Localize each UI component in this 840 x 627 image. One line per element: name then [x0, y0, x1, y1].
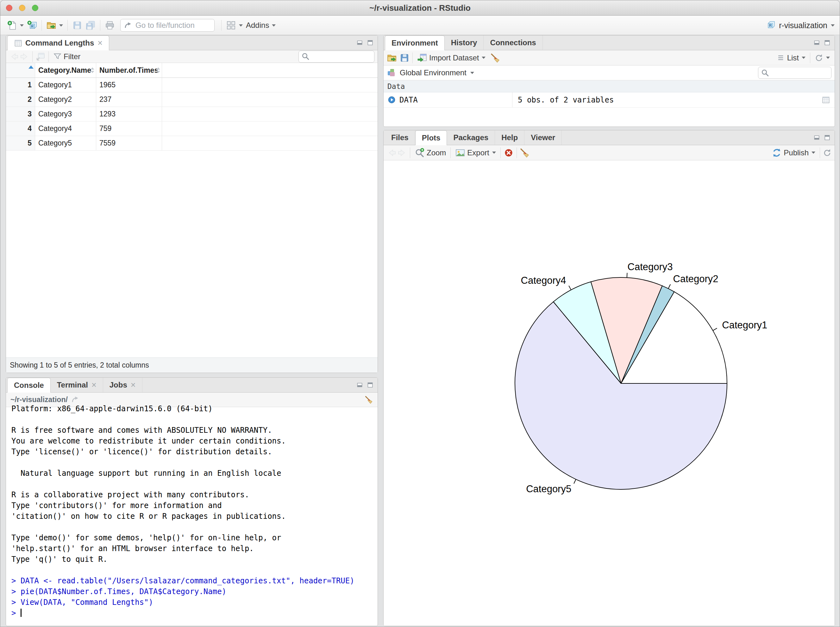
publish-button[interactable]: Publish [770, 147, 817, 159]
forward-icon[interactable] [19, 52, 30, 62]
close-icon[interactable]: × [131, 380, 136, 390]
table-row[interactable]: 2Category2237 [6, 92, 377, 107]
console-output-line [11, 414, 372, 425]
addins-button[interactable]: Addins [244, 20, 277, 31]
refresh-icon[interactable] [823, 148, 831, 157]
row-filler [162, 78, 377, 92]
open-file-button[interactable] [45, 19, 65, 32]
column-header-category-name[interactable]: Category.Name [35, 63, 96, 77]
r-project-icon [766, 20, 776, 30]
environment-panel: Environment History Connections Import D… [383, 35, 835, 127]
new-project-button[interactable] [25, 19, 39, 32]
refresh-environment-button[interactable] [813, 52, 831, 63]
console-prompt[interactable]: > [11, 608, 372, 618]
table-row[interactable]: 5Category57559 [6, 136, 377, 151]
tab-environment[interactable]: Environment [385, 35, 445, 50]
environment-search-input[interactable] [772, 68, 829, 77]
next-plot-icon[interactable] [397, 148, 407, 158]
column-header-number-of-times[interactable]: Number.of.Times [96, 63, 162, 77]
remove-plot-icon[interactable] [504, 148, 514, 158]
maximize-pane-icon[interactable] [824, 39, 831, 47]
console-tabbar: Console Terminal× Jobs× [6, 378, 377, 392]
tab-jobs[interactable]: Jobs× [103, 378, 142, 392]
save-workspace-icon[interactable] [399, 53, 409, 63]
tab-help[interactable]: Help [495, 130, 524, 145]
minimize-window-button[interactable] [19, 5, 25, 11]
close-icon[interactable]: × [98, 38, 103, 48]
publish-icon [772, 148, 782, 158]
viewer-tabbar: Command Lengths × [6, 35, 377, 50]
minimize-pane-icon[interactable] [813, 134, 820, 142]
tab-viewer[interactable]: Viewer [524, 130, 562, 145]
environment-object-row[interactable]: DATA 5 obs. of 2 variables [384, 92, 835, 107]
tab-files[interactable]: Files [385, 130, 415, 145]
zoom-plot-button[interactable]: Zoom [413, 147, 448, 159]
filter-button[interactable]: Filter [52, 51, 82, 62]
zoom-window-button[interactable] [32, 5, 38, 11]
pane-layout-button[interactable] [224, 19, 244, 32]
save-button[interactable] [71, 19, 84, 32]
tab-console[interactable]: Console [7, 378, 51, 392]
console-output-line: You are welcome to redistribute it under… [11, 436, 372, 446]
view-table-icon[interactable] [822, 96, 830, 104]
tab-plots[interactable]: Plots [415, 130, 447, 145]
table-status-text: Showing 1 to 5 of 5 entries, 2 total col… [10, 361, 149, 370]
maximize-pane-icon[interactable] [366, 39, 374, 47]
console-output[interactable]: Platform: x86_64-apple-darwin15.6.0 (64-… [6, 403, 377, 626]
popout-window-icon[interactable] [35, 52, 46, 62]
tab-terminal[interactable]: Terminal× [51, 378, 103, 392]
toolbar-separator [412, 52, 413, 63]
table-row[interactable]: 4Category4759 [6, 121, 377, 136]
goto-file-box[interactable] [120, 19, 215, 32]
clear-console-broom-icon[interactable] [365, 395, 373, 404]
save-all-button[interactable] [84, 19, 97, 32]
pie-label-Category4: Category4 [521, 275, 566, 286]
viewer-search-input[interactable] [312, 52, 371, 61]
export-plot-button[interactable]: Export [453, 147, 497, 159]
chevron-down-icon[interactable] [471, 72, 474, 74]
project-selector[interactable]: r-visualization [766, 20, 835, 30]
sort-toggle-icon [156, 68, 160, 73]
pie-chart: Category1Category2Category3Category4Cate… [384, 161, 835, 625]
refresh-icon [815, 54, 823, 62]
clear-plots-broom-icon[interactable] [520, 148, 530, 158]
close-icon[interactable]: × [92, 380, 96, 390]
goto-directory-icon[interactable] [71, 395, 79, 404]
print-button[interactable] [103, 19, 117, 32]
viewer-table: Category.Name Number.of.Times 1Category1… [6, 63, 377, 373]
tab-history[interactable]: History [445, 35, 484, 50]
environment-search-box[interactable] [758, 67, 831, 79]
load-workspace-folder-icon[interactable] [387, 53, 397, 63]
list-view-button[interactable]: List [775, 52, 807, 63]
goto-file-input[interactable] [135, 20, 211, 30]
minimize-pane-icon[interactable] [813, 39, 820, 47]
previous-plot-icon[interactable] [387, 148, 397, 158]
environment-toolbar: Import Dataset List [384, 50, 835, 66]
close-window-button[interactable] [6, 5, 13, 11]
console-output-line: Type 'contributors()' for more informati… [11, 500, 372, 511]
maximize-pane-icon[interactable] [366, 381, 374, 389]
chevron-down-icon [272, 24, 276, 27]
minimize-pane-icon[interactable] [356, 39, 363, 47]
import-dataset-button[interactable]: Import Dataset [415, 52, 487, 64]
new-file-button[interactable] [5, 19, 25, 32]
minimize-pane-icon[interactable] [356, 381, 363, 389]
pie-tick-Category3 [627, 273, 627, 278]
table-row[interactable]: 3Category31293 [6, 107, 377, 121]
import-dataset-label: Import Dataset [429, 54, 479, 62]
row-number-header[interactable] [6, 63, 35, 77]
tab-command-lengths[interactable]: Command Lengths × [7, 35, 109, 50]
back-icon[interactable] [9, 52, 19, 62]
maximize-pane-icon[interactable] [824, 134, 831, 142]
export-image-icon [455, 148, 465, 158]
viewer-search-box[interactable] [298, 50, 374, 63]
expand-object-icon[interactable] [387, 96, 396, 104]
number-of-times-cell: 1965 [96, 78, 162, 92]
console-cursor [21, 609, 22, 617]
table-row[interactable]: 1Category11965 [6, 78, 377, 92]
tab-connections[interactable]: Connections [484, 35, 543, 50]
pie-tick-Category1 [713, 328, 717, 331]
tab-packages[interactable]: Packages [447, 130, 495, 145]
clear-environment-broom-icon[interactable] [490, 53, 501, 63]
addins-label: Addins [246, 21, 269, 30]
